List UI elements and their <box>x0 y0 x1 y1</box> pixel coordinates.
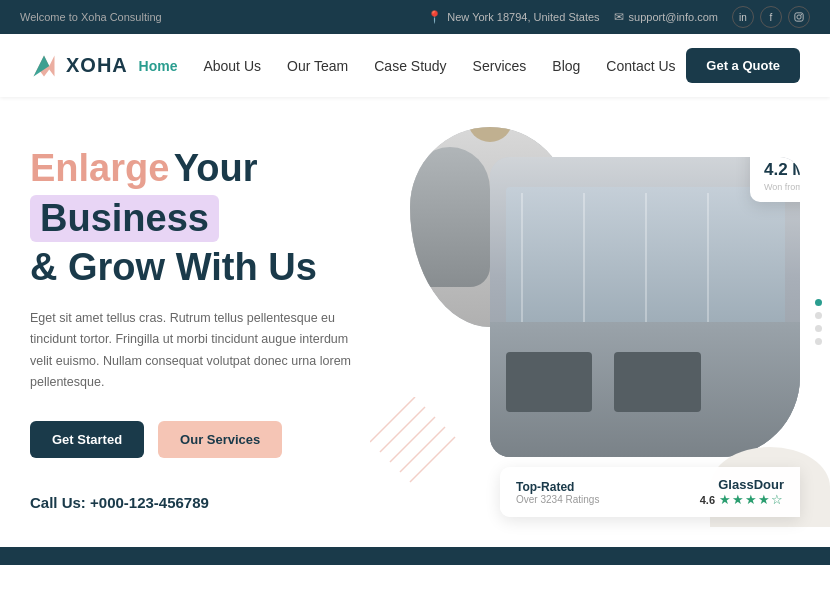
call-us: Call Us: +000-123-456789 <box>30 494 360 511</box>
get-quote-button[interactable]: Get a Quote <box>686 48 800 83</box>
email-icon: ✉ <box>614 10 624 24</box>
revenue-amount: 4.2 Million USD <box>764 160 800 180</box>
hero-section: Enlarge Your Business & Grow With Us Ege… <box>0 97 830 547</box>
scroll-dot-4[interactable] <box>815 338 822 345</box>
topbar-address: New York 18794, United States <box>447 11 599 23</box>
person-body <box>410 147 490 287</box>
topbar-right: 📍 New York 18794, United States ✉ suppor… <box>427 6 810 28</box>
hero-your: Your <box>174 147 258 189</box>
nav-blog[interactable]: Blog <box>552 58 580 74</box>
revenue-sublabel: Won from 335 Trades <box>764 182 800 192</box>
toprated-subtitle: Over 3234 Ratings <box>516 494 599 505</box>
our-services-button[interactable]: Our Services <box>158 421 282 458</box>
scroll-dot-1[interactable] <box>815 299 822 306</box>
hero-right: Total Revenue 4.2 Million USD Won from 3… <box>380 127 800 527</box>
instagram-icon[interactable] <box>788 6 810 28</box>
linkedin-icon[interactable]: in <box>732 6 754 28</box>
nav-team[interactable]: Our Team <box>287 58 348 74</box>
nav-services[interactable]: Services <box>473 58 527 74</box>
glassdour-rating: 4.6 ★★★★☆ <box>700 492 784 507</box>
topbar-welcome: Welcome to Xoha Consulting <box>20 11 162 23</box>
toprated-title: Top-Rated <box>516 480 599 494</box>
svg-line-10 <box>410 437 455 482</box>
svg-marker-4 <box>34 55 50 76</box>
revenue-label: Total Revenue <box>764 157 800 158</box>
logo-text: XOHA <box>66 54 128 77</box>
glassdour-score: 4.6 <box>700 494 715 506</box>
scroll-dot-2[interactable] <box>815 312 822 319</box>
svg-line-8 <box>390 417 435 462</box>
hero-buttons: Get Started Our Services <box>30 421 360 458</box>
logo-icon <box>30 52 58 80</box>
nav-about[interactable]: About Us <box>203 58 261 74</box>
get-started-button[interactable]: Get Started <box>30 421 144 458</box>
topbar-email-text: support@info.com <box>629 11 718 23</box>
topbar: Welcome to Xoha Consulting 📍 New York 18… <box>0 0 830 34</box>
hero-title-line2: Business <box>30 195 360 243</box>
hero-title-line1: Enlarge Your <box>30 147 360 191</box>
facebook-icon[interactable]: f <box>760 6 782 28</box>
main-nav: Home About Us Our Team Case Study Servic… <box>139 58 676 74</box>
topbar-email: ✉ support@info.com <box>614 10 718 24</box>
header: XOHA Home About Us Our Team Case Study S… <box>0 34 830 97</box>
logo[interactable]: XOHA <box>30 52 128 80</box>
footer-bar <box>0 547 830 565</box>
scroll-dots <box>815 299 822 345</box>
social-icons: in f <box>732 6 810 28</box>
hero-title: Enlarge Your Business & Grow With Us <box>30 147 360 290</box>
toprated-card: Top-Rated Over 3234 Ratings GlassDour 4.… <box>500 467 800 517</box>
call-label: Call Us: <box>30 494 86 511</box>
revenue-card: Total Revenue 4.2 Million USD Won from 3… <box>750 157 800 202</box>
glassdour-section: GlassDour 4.6 ★★★★☆ <box>700 477 784 507</box>
hero-title-line3: & Grow With Us <box>30 246 360 290</box>
nav-home[interactable]: Home <box>139 58 178 74</box>
call-number[interactable]: +000-123-456789 <box>90 494 209 511</box>
svg-line-7 <box>380 407 425 452</box>
hero-office-image: Total Revenue 4.2 Million USD Won from 3… <box>490 157 800 457</box>
glassdour-brand: GlassDour <box>700 477 784 492</box>
hero-description: Eget sit amet tellus cras. Rutrum tellus… <box>30 308 360 393</box>
office-background <box>490 157 800 457</box>
scroll-dot-3[interactable] <box>815 325 822 332</box>
nav-casestudy[interactable]: Case Study <box>374 58 446 74</box>
glassdour-stars: ★★★★☆ <box>719 492 784 507</box>
hero-business: Business <box>30 195 219 243</box>
toprated-info: Top-Rated Over 3234 Ratings <box>516 480 599 505</box>
svg-point-2 <box>801 14 802 15</box>
person-head <box>468 127 513 142</box>
svg-rect-0 <box>795 13 803 21</box>
topbar-location: 📍 New York 18794, United States <box>427 10 599 24</box>
hero-left: Enlarge Your Business & Grow With Us Ege… <box>30 127 380 527</box>
svg-line-9 <box>400 427 445 472</box>
nav-contact[interactable]: Contact Us <box>606 58 675 74</box>
hero-enlarge: Enlarge <box>30 147 169 189</box>
location-icon: 📍 <box>427 10 442 24</box>
svg-point-1 <box>797 15 801 19</box>
deco-lines <box>370 397 460 487</box>
